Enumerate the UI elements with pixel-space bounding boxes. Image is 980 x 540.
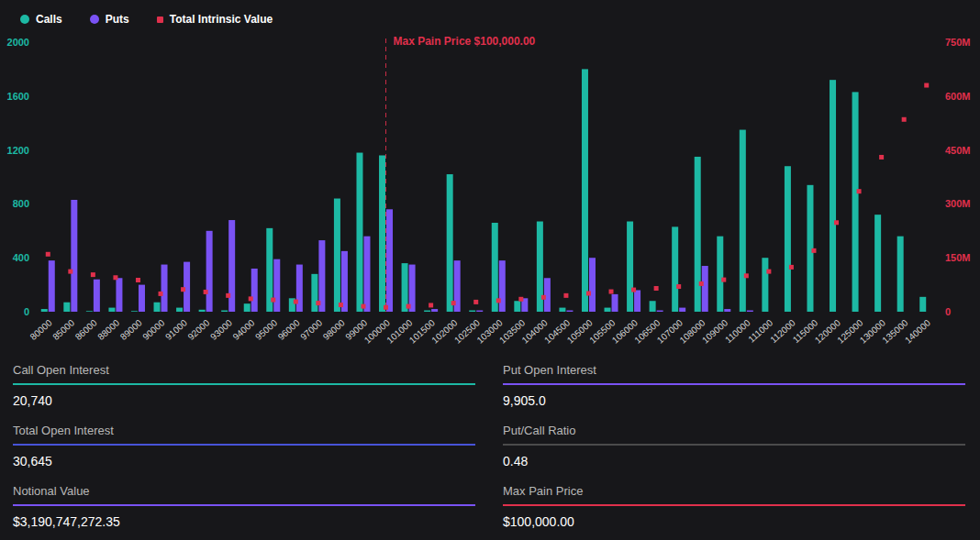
intrinsic-value-point[interactable] [473, 300, 478, 304]
calls-bar[interactable] [469, 311, 475, 312]
calls-bar[interactable] [334, 199, 340, 312]
calls-bar[interactable] [897, 237, 904, 312]
intrinsic-value-point[interactable] [676, 284, 681, 289]
calls-bar[interactable] [559, 308, 565, 312]
calls-bar[interactable] [852, 92, 859, 312]
intrinsic-value-point[interactable] [834, 220, 839, 225]
intrinsic-value-point[interactable] [902, 117, 907, 122]
puts-bar[interactable] [612, 294, 618, 312]
calls-bar[interactable] [131, 311, 138, 312]
calls-bar[interactable] [108, 308, 115, 312]
puts-bar[interactable] [206, 231, 213, 312]
calls-bar[interactable] [447, 174, 453, 312]
puts-bar[interactable] [724, 309, 730, 312]
intrinsic-value-point[interactable] [159, 292, 163, 296]
intrinsic-value-point[interactable] [451, 301, 456, 305]
puts-bar[interactable] [431, 309, 438, 312]
intrinsic-value-point[interactable] [586, 292, 591, 296]
calls-bar[interactable] [63, 303, 70, 312]
puts-bar[interactable] [544, 278, 551, 312]
puts-bar[interactable] [49, 260, 55, 312]
calls-bar[interactable] [605, 308, 611, 312]
puts-bar[interactable] [71, 200, 77, 312]
chart-canvas[interactable]: 04008001200160020000150M300M450M600M750M… [0, 31, 980, 354]
intrinsic-value-point[interactable] [609, 290, 614, 294]
intrinsic-value-point[interactable] [654, 286, 659, 291]
intrinsic-value-point[interactable] [699, 281, 704, 286]
intrinsic-value-point[interactable] [563, 293, 568, 298]
intrinsic-value-point[interactable] [631, 288, 636, 292]
calls-bar[interactable] [650, 301, 656, 312]
calls-bar[interactable] [740, 130, 746, 312]
puts-bar[interactable] [139, 285, 145, 312]
puts-bar[interactable] [116, 278, 122, 312]
calls-bar[interactable] [582, 69, 588, 312]
calls-bar[interactable] [785, 166, 791, 312]
intrinsic-value-point[interactable] [789, 265, 794, 270]
intrinsic-value-point[interactable] [226, 293, 230, 298]
intrinsic-value-point[interactable] [766, 270, 771, 274]
intrinsic-value-point[interactable] [271, 298, 275, 303]
intrinsic-value-point[interactable] [541, 295, 546, 300]
puts-bar[interactable] [657, 311, 663, 312]
intrinsic-value-point[interactable] [406, 304, 411, 309]
intrinsic-value-point[interactable] [113, 275, 117, 280]
options-open-interest-chart[interactable]: 04008001200160020000150M300M450M600M750M… [0, 31, 980, 354]
puts-bar[interactable] [589, 258, 596, 312]
intrinsic-value-point[interactable] [744, 273, 749, 278]
calls-bar[interactable] [311, 274, 317, 312]
intrinsic-value-point[interactable] [361, 304, 365, 309]
puts-bar[interactable] [161, 265, 168, 312]
calls-bar[interactable] [672, 226, 678, 312]
calls-bar[interactable] [86, 311, 93, 312]
calls-bar[interactable] [830, 80, 836, 312]
puts-bar[interactable] [476, 311, 483, 312]
calls-bar[interactable] [199, 310, 206, 312]
calls-bar[interactable] [717, 237, 723, 312]
puts-bar[interactable] [702, 266, 708, 312]
legend-item-puts[interactable]: Puts [90, 13, 129, 26]
calls-bar[interactable] [221, 311, 228, 312]
puts-bar[interactable] [363, 237, 370, 312]
calls-bar[interactable] [154, 303, 161, 312]
puts-bar[interactable] [499, 260, 506, 312]
intrinsic-value-point[interactable] [91, 272, 95, 277]
intrinsic-value-point[interactable] [429, 303, 433, 307]
puts-bar[interactable] [251, 269, 258, 312]
puts-bar[interactable] [679, 308, 685, 312]
puts-bar[interactable] [273, 259, 280, 312]
calls-bar[interactable] [695, 157, 701, 312]
puts-bar[interactable] [747, 311, 753, 312]
calls-bar[interactable] [356, 153, 362, 312]
legend-item-calls[interactable]: Calls [20, 13, 62, 26]
puts-bar[interactable] [566, 311, 573, 312]
calls-bar[interactable] [244, 303, 251, 312]
calls-bar[interactable] [176, 308, 183, 312]
intrinsic-value-point[interactable] [46, 252, 50, 257]
intrinsic-value-point[interactable] [721, 278, 726, 282]
intrinsic-value-point[interactable] [339, 303, 343, 307]
intrinsic-value-point[interactable] [857, 189, 862, 193]
puts-bar[interactable] [386, 209, 393, 312]
calls-bar[interactable] [919, 297, 926, 312]
calls-bar[interactable] [627, 222, 633, 312]
calls-bar[interactable] [874, 215, 881, 312]
puts-bar[interactable] [184, 262, 190, 312]
puts-bar[interactable] [228, 220, 235, 312]
intrinsic-value-point[interactable] [518, 297, 523, 302]
calls-bar[interactable] [41, 309, 48, 312]
intrinsic-value-point[interactable] [811, 248, 816, 253]
intrinsic-value-point[interactable] [249, 296, 253, 301]
calls-bar[interactable] [379, 155, 385, 312]
calls-bar[interactable] [514, 301, 520, 312]
intrinsic-value-point[interactable] [181, 287, 185, 292]
calls-bar[interactable] [762, 258, 768, 312]
puts-bar[interactable] [296, 265, 303, 312]
intrinsic-value-point[interactable] [879, 155, 884, 160]
intrinsic-value-point[interactable] [68, 270, 72, 274]
intrinsic-value-point[interactable] [204, 290, 208, 294]
intrinsic-value-point[interactable] [316, 301, 320, 305]
intrinsic-value-point[interactable] [136, 278, 140, 282]
intrinsic-value-point[interactable] [294, 300, 298, 304]
intrinsic-value-point[interactable] [496, 298, 501, 303]
